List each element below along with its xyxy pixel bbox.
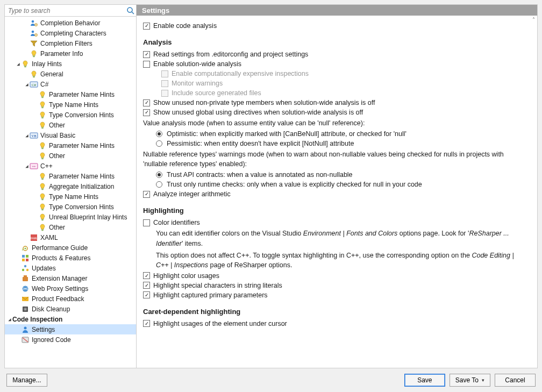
tree-item[interactable]: ◢++C++ — [5, 161, 136, 171]
svg-rect-50 — [22, 259, 25, 261]
tree-item[interactable]: ▷Parameter Name Hints — [5, 140, 136, 151]
caret-down-icon[interactable]: ◢ — [24, 163, 30, 169]
tree-item[interactable]: ▷Other — [5, 151, 136, 161]
search-icon[interactable] — [126, 6, 135, 15]
caret-down-icon[interactable]: ◢ — [16, 61, 21, 67]
save-to-button[interactable]: Save To — [450, 374, 490, 387]
tree-item[interactable]: ▷Type Name Hints — [5, 191, 136, 202]
chk-hl-primary-params[interactable]: Highlight captured primary parameters — [143, 290, 527, 300]
svg-rect-40 — [41, 219, 44, 219]
tree-item[interactable]: ▷Type Conversion Hints — [5, 110, 136, 120]
svg-rect-12 — [33, 76, 35, 76]
tree-item[interactable]: ▷Type Name Hints — [5, 99, 136, 110]
chk-show-unused-usings[interactable]: Show unused global using directives when… — [143, 108, 527, 117]
svg-rect-21 — [41, 118, 43, 118]
svg-rect-29 — [41, 159, 43, 159]
tree-item-label: Parameter Name Hints — [49, 142, 115, 149]
tree-item[interactable]: ▷Extension Manager — [5, 273, 136, 283]
bulb-icon — [38, 193, 47, 201]
caret-down-icon[interactable]: ◢ — [7, 317, 12, 322]
tree-item[interactable]: ▷Disk Cleanup — [5, 304, 136, 314]
ext-icon — [21, 274, 30, 283]
label: Show unused non-private type members whe… — [153, 99, 375, 106]
chk-read-editorconfig[interactable]: Read settings from .editorconfig and pro… — [143, 49, 527, 59]
search-input[interactable] — [6, 6, 126, 16]
tree-item-label: Updates — [32, 265, 56, 272]
tree-item[interactable]: ▷Unreal Blueprint Inlay Hints — [5, 212, 136, 222]
svg-rect-42 — [41, 229, 44, 230]
tree-scroll[interactable]: ▷Completion Behavior▷Completing Characte… — [5, 17, 136, 368]
tree-item-label: Type Name Hints — [49, 101, 98, 109]
tree-item[interactable]: ▷Completion Behavior — [5, 18, 136, 28]
chk-enable-swa[interactable]: Enable solution-wide analysis — [143, 59, 527, 69]
tree-item[interactable]: ▷Products & Features — [5, 253, 136, 263]
radio-icon — [156, 181, 162, 188]
value-mode-label: Value analysis mode (when to assume enti… — [143, 117, 527, 129]
chk-hl-color-usages[interactable]: Highlight color usages — [143, 271, 527, 281]
person-gear-icon — [30, 29, 38, 38]
tree-item-label: Web Proxy Settings — [32, 285, 88, 293]
checkbox-icon — [161, 70, 168, 77]
chk-enable-code-analysis[interactable]: Enable code analysis — [143, 21, 527, 31]
person-icon — [21, 325, 30, 334]
content-scroll[interactable]: ˄ Enable code analysis Analysis Read set… — [137, 16, 537, 368]
tree-item[interactable]: ▷Parameter Name Hints — [5, 171, 136, 181]
caret-down-icon[interactable]: ◢ — [24, 82, 30, 87]
caret-down-icon[interactable]: ◢ — [24, 133, 30, 138]
label: Enable computationally expensive inspect… — [172, 70, 309, 77]
tree-item-label: Completing Characters — [40, 30, 106, 37]
svg-rect-26 — [41, 147, 44, 148]
tree-item[interactable]: ◢VBVisual Basic — [5, 130, 136, 140]
tree-item-label: Product Feedback — [32, 295, 84, 303]
person-gear-icon — [30, 19, 38, 27]
tree-item[interactable]: ▷Completing Characters — [5, 28, 136, 38]
chk-show-unused-members[interactable]: Show unused non-private type members whe… — [143, 98, 527, 108]
xaml-icon: XAML — [30, 233, 38, 242]
label: Include source generated files — [172, 89, 261, 97]
tree-item-label: Type Name Hints — [49, 193, 98, 201]
chk-hl-special-chars[interactable]: Highlight special characters in string l… — [143, 281, 527, 290]
cancel-button[interactable]: Cancel — [495, 374, 536, 387]
chk-analyze-int[interactable]: Analyze integer arithmetic — [143, 189, 527, 199]
tree-item[interactable]: ▷XAMLXAML — [5, 232, 136, 243]
tree-item[interactable]: ▷Performance Guide — [5, 243, 136, 253]
checkbox-icon — [143, 291, 150, 298]
tree-item-label: General — [40, 70, 63, 78]
radio-nrt-runtime[interactable]: Trust only runtime checks: only when a v… — [143, 180, 527, 189]
chk-hl-under-cursor[interactable]: Highlight usages of the element under cu… — [143, 319, 527, 329]
tree-item[interactable]: ▷Other — [5, 120, 136, 130]
checkbox-icon — [143, 282, 150, 289]
tree-item[interactable]: ◢Code Inspection — [5, 314, 136, 324]
tree-item-label: XAML — [40, 234, 58, 241]
tree-item[interactable]: ▷Completion Filters — [5, 38, 136, 48]
svg-rect-56 — [24, 275, 27, 277]
tree-item[interactable]: ▷Type Conversion Hints — [5, 202, 136, 212]
tree-item[interactable]: ▷Web Proxy Settings — [5, 283, 136, 294]
tree-item[interactable]: ▷Other — [5, 222, 136, 232]
chk-color-identifiers[interactable]: Color identifiers — [143, 218, 527, 227]
disk-icon — [21, 305, 30, 313]
radio-value-pessimistic[interactable]: Pessimistic: when entity doesn't have ex… — [143, 139, 527, 148]
radio-value-optimistic[interactable]: Optimistic: when explicitly marked with … — [143, 129, 527, 139]
tree-item[interactable]: ▷Parameter Name Hints — [5, 89, 136, 99]
radio-icon — [156, 131, 162, 137]
tree-item[interactable]: ▷Updates — [5, 263, 136, 273]
bulb-icon — [38, 203, 47, 211]
bulb-icon — [38, 90, 47, 99]
tree-item-label: Ignored Code — [32, 336, 71, 344]
tree-item[interactable]: ▷Aggregate Initialization — [5, 181, 136, 191]
tree-item[interactable]: ◢Inlay Hints — [5, 59, 136, 69]
radio-nrt-trust[interactable]: Trust API contracts: when a value is ann… — [143, 170, 527, 180]
scroll-up-icon[interactable]: ˄ — [530, 16, 537, 23]
tree-item-label: Other — [49, 224, 65, 231]
tree-item[interactable]: ▷General — [5, 69, 136, 79]
tree-item[interactable]: ◢C#C# — [5, 79, 136, 89]
save-button[interactable]: Save — [404, 374, 445, 387]
svg-point-5 — [32, 30, 34, 33]
tree-item[interactable]: ▷Product Feedback — [5, 294, 136, 304]
tree-item[interactable]: ▷Parameter Info — [5, 48, 136, 59]
tree-item[interactable]: ▷Ignored Code — [5, 334, 136, 345]
manage-button[interactable]: Manage... — [6, 374, 47, 387]
color-hint-2: This option does not affect C++. To togg… — [143, 250, 527, 271]
tree-item[interactable]: ▷Settings — [5, 324, 136, 334]
